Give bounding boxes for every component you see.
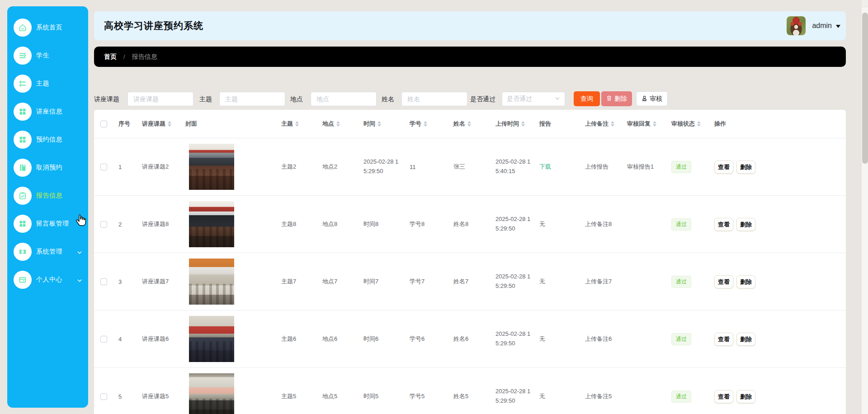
clipboard-check-icon <box>14 187 32 205</box>
sidebar-item-4[interactable]: 讲座信息 <box>7 98 88 126</box>
sidebar-item-label: 预约信息 <box>36 136 62 144</box>
row-delete-button[interactable]: 删除 <box>736 333 755 346</box>
page-scrollbar[interactable] <box>861 0 868 414</box>
view-button[interactable]: 查看 <box>714 160 733 174</box>
review-button[interactable]: 审核 <box>636 91 668 106</box>
sort-icon[interactable] <box>467 121 471 127</box>
filter-input-4[interactable] <box>401 92 467 106</box>
breadcrumb-home[interactable]: 首页 <box>104 53 117 61</box>
query-button[interactable]: 查询 <box>574 91 600 106</box>
user-name[interactable]: admin <box>812 22 832 30</box>
sidebar-item-3[interactable]: 主题 <box>7 70 88 98</box>
filter-input-3[interactable] <box>311 92 377 106</box>
trash-icon <box>606 95 612 103</box>
column-header-审核状态[interactable]: 审核状态 <box>671 120 714 128</box>
view-button[interactable]: 查看 <box>714 390 733 403</box>
cell-index: 5 <box>113 393 142 400</box>
cell-time: 时间8 <box>363 220 400 229</box>
cell-index: 4 <box>113 336 142 343</box>
scrollbar-up-button[interactable] <box>862 0 868 7</box>
cell-report-download-link[interactable]: 下载 <box>539 163 551 170</box>
column-header-序号: 序号 <box>113 120 142 128</box>
select-caret-icon <box>555 95 560 103</box>
cell-theme: 主题6 <box>281 335 322 343</box>
filter-input-2[interactable] <box>219 92 285 106</box>
row-delete-button[interactable]: 删除 <box>736 218 755 231</box>
report-table: 序号讲座课题封面主题地点时间学号姓名上传时间报告上传备注审核回复审核状态操作 1… <box>94 110 846 414</box>
pass-filter-select[interactable]: 是否通过 <box>502 92 565 106</box>
column-header-讲座课题[interactable]: 讲座课题 <box>142 120 185 128</box>
sidebar-item-5[interactable]: 预约信息 <box>7 126 88 154</box>
status-badge: 通过 <box>671 333 691 345</box>
cell-theme: 主题2 <box>281 163 322 171</box>
cell-time: 时间5 <box>363 392 400 401</box>
chevron-down-icon <box>77 277 82 285</box>
view-button[interactable]: 查看 <box>714 333 733 346</box>
cover-image <box>189 259 234 305</box>
sidebar-item-7[interactable]: 报告信息 <box>7 182 88 210</box>
table-row: 4讲座课题6主题6地点6时间6学号6姓名62025-02-28 15:29:50… <box>94 310 846 367</box>
cell-remark: 上传备注8 <box>585 220 627 228</box>
row-checkbox[interactable] <box>100 393 107 400</box>
sort-icon[interactable] <box>697 121 701 127</box>
sort-icon[interactable] <box>168 121 171 127</box>
sidebar-item-label: 留言板管理 <box>36 220 69 228</box>
sort-icon[interactable] <box>611 121 614 127</box>
column-header-主题[interactable]: 主题 <box>281 120 322 128</box>
sort-icon[interactable] <box>521 121 525 127</box>
row-delete-button[interactable]: 删除 <box>736 390 755 403</box>
column-header-审核回复[interactable]: 审核回复 <box>627 120 671 128</box>
column-header-上传时间[interactable]: 上传时间 <box>495 120 539 128</box>
sidebar-item-6[interactable]: 取消预约 <box>7 154 88 182</box>
row-delete-button[interactable]: 删除 <box>736 275 755 288</box>
cell-theme: 主题8 <box>281 220 322 228</box>
cell-title: 讲座课题6 <box>142 335 185 343</box>
card-icon <box>14 271 32 289</box>
sort-icon[interactable] <box>377 121 381 127</box>
cell-index: 2 <box>113 221 142 228</box>
row-checkbox[interactable] <box>100 336 107 343</box>
column-header-姓名[interactable]: 姓名 <box>453 120 495 128</box>
delete-button[interactable]: 删除 <box>601 91 632 106</box>
row-checkbox[interactable] <box>100 221 107 228</box>
cell-time: 时间6 <box>363 334 400 344</box>
cell-name: 姓名5 <box>453 392 495 400</box>
sidebar-item-1[interactable]: 系统首页 <box>7 14 88 42</box>
user-avatar[interactable] <box>787 16 806 35</box>
row-delete-button[interactable]: 删除 <box>736 160 755 174</box>
cell-name: 姓名7 <box>453 278 495 286</box>
select-all-checkbox[interactable] <box>100 121 107 127</box>
scrollbar-thumb[interactable] <box>862 13 868 164</box>
row-checkbox[interactable] <box>100 164 107 170</box>
sidebar-item-2[interactable]: 学生 <box>7 42 88 70</box>
column-header-地点[interactable]: 地点 <box>322 120 363 128</box>
cell-upload-time: 2025-02-28 15:29:50 <box>495 329 532 348</box>
cell-remark: 上传备注7 <box>585 278 627 286</box>
view-button[interactable]: 查看 <box>714 275 733 288</box>
sort-icon[interactable] <box>295 121 299 127</box>
sort-icon[interactable] <box>424 121 427 127</box>
column-header-上传备注[interactable]: 上传备注 <box>585 120 627 128</box>
cell-upload-time: 2025-02-28 15:29:50 <box>495 215 532 234</box>
sidebar-item-10[interactable]: 个人中心 <box>7 266 88 294</box>
status-badge: 通过 <box>671 390 691 403</box>
filter-input-1[interactable] <box>127 92 193 106</box>
view-button[interactable]: 查看 <box>714 218 733 231</box>
column-header-时间[interactable]: 时间 <box>363 120 410 128</box>
row-checkbox[interactable] <box>100 278 107 285</box>
cell-student-no: 学号7 <box>410 278 453 286</box>
column-header-操作: 操作 <box>714 120 846 128</box>
mouse-cursor-icon <box>75 214 87 227</box>
cell-name: 姓名6 <box>453 335 495 343</box>
sort-icon[interactable] <box>653 121 656 127</box>
cell-report: 无 <box>539 221 545 227</box>
cell-theme: 主题7 <box>281 278 322 286</box>
sidebar-item-9[interactable]: 系统管理 <box>7 238 88 266</box>
breadcrumb: 首页 / 报告信息 <box>94 47 846 67</box>
filter-bar: 讲座课题主题地点姓名是否通过是否通过查询删除审核 <box>94 91 846 107</box>
column-header-学号[interactable]: 学号 <box>410 120 453 128</box>
sort-icon[interactable] <box>336 121 340 127</box>
user-menu-caret-icon[interactable] <box>836 25 840 30</box>
cell-upload-time: 2025-02-28 15:29:50 <box>495 387 532 406</box>
page-title: 高校学习讲座预约系统 <box>104 19 203 32</box>
